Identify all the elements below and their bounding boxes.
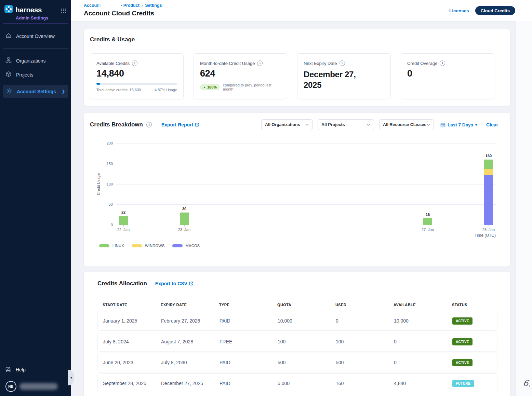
- legend-swatch: [99, 244, 109, 247]
- breadcrumb-product[interactable]: - Product: [121, 3, 139, 8]
- cell-available: 10,000: [389, 318, 447, 324]
- col-expiry-date: EXPIRY DATE: [156, 303, 214, 307]
- cell-used: 0: [331, 318, 389, 324]
- cell-status: ACTIVE: [447, 317, 497, 325]
- x-axis-title: Time (UTC): [475, 233, 496, 238]
- legend-item-linux[interactable]: LINUX: [99, 244, 124, 248]
- x-axis-line: [116, 225, 496, 225]
- sidebar-item-label: Projects: [16, 72, 34, 78]
- up-trend-icon: ▲: [203, 86, 206, 89]
- status-badge: ACTIVE: [452, 338, 473, 345]
- gridline: [116, 164, 496, 164]
- clear-filters-link[interactable]: Clear: [486, 122, 498, 127]
- legend-item-windows[interactable]: WINDOWS: [132, 244, 165, 248]
- cube-icon: [5, 71, 12, 78]
- gear-icon: [6, 88, 12, 95]
- cell-quota: 100: [272, 339, 331, 344]
- legend-swatch: [132, 244, 142, 247]
- table-body: January 1, 2025February 27, 2026PAID10,0…: [97, 311, 497, 393]
- breadcrumb-settings[interactable]: Settings: [145, 3, 162, 8]
- cell-used: 160: [331, 381, 389, 386]
- organizations-filter[interactable]: All Organizations: [261, 119, 312, 130]
- bar-segment-macos: [484, 175, 493, 225]
- cell-status: ACTIVE: [447, 359, 497, 366]
- info-icon[interactable]: i: [132, 60, 137, 66]
- info-icon[interactable]: i: [146, 122, 152, 127]
- sidebar-item-account-settings[interactable]: Account Settings ❯: [3, 85, 68, 98]
- external-link-icon: [195, 123, 199, 127]
- credits-allocation-card: Credits Allocation Export to CSV START D…: [84, 272, 510, 396]
- x-tick-label: 23. Jan: [173, 228, 195, 232]
- scroll-gutter[interactable]: [515, 21, 532, 396]
- sidebar-item-organizations[interactable]: Organizations: [0, 54, 71, 68]
- home-icon: [5, 32, 12, 40]
- date-range-filter[interactable]: Last 7 Days ▾: [440, 122, 477, 127]
- credits-allocation-title: Credits Allocation: [97, 280, 147, 287]
- cell-type: PAID: [214, 360, 272, 365]
- resource-classes-filter[interactable]: All Resource Classes: [379, 119, 434, 130]
- col-quota: QUOTA: [272, 303, 330, 307]
- cell-used: 500: [331, 360, 389, 365]
- cell-start: June 20, 2023: [98, 360, 156, 365]
- credit-overage-value: 0: [407, 68, 488, 79]
- cell-expiry: December 27, 2025: [156, 381, 214, 386]
- licenses-link[interactable]: Licenses: [449, 8, 469, 13]
- bar-segment-windows: [484, 169, 493, 175]
- export-report-link[interactable]: Export Report: [161, 122, 199, 127]
- x-tick-mark: [123, 225, 124, 227]
- breakdown-header: Credits Breakdown i Export Report All Or…: [84, 113, 510, 130]
- legend-swatch: [172, 244, 183, 247]
- info-icon[interactable]: i: [257, 60, 263, 66]
- projects-filter[interactable]: All Projects: [318, 119, 374, 130]
- credits-breakdown-card: Credits Breakdown i Export Report All Or…: [84, 113, 510, 267]
- gridline: [116, 204, 496, 205]
- x-tick-mark: [428, 225, 428, 227]
- gridline: [116, 143, 496, 144]
- app-root: harness Admin Settings Account Overview …: [0, 0, 532, 396]
- chevron-down-icon: [427, 124, 430, 126]
- caret-down-icon: ▾: [475, 123, 477, 127]
- sidebar-item-account-overview[interactable]: Account Overview: [0, 29, 71, 43]
- stray-annotation: 6.: [522, 378, 532, 389]
- cell-start: July 8, 2024: [98, 339, 156, 344]
- help-label: Help: [16, 367, 26, 372]
- cell-type: PAID: [214, 381, 272, 386]
- user-row: NB: [5, 381, 66, 392]
- y-tick-label: 50: [101, 202, 113, 206]
- bar-segment-linux: [119, 216, 128, 225]
- bar-segment-linux: [484, 160, 493, 169]
- bar-segment-linux: [423, 218, 432, 225]
- info-icon[interactable]: i: [340, 60, 345, 66]
- cell-expiry: July 8, 2030: [156, 360, 214, 365]
- sidebar-item-projects[interactable]: Projects: [0, 68, 71, 82]
- gridline: [116, 184, 496, 185]
- apps-grid-icon[interactable]: [61, 9, 66, 13]
- export-report-label: Export Report: [161, 122, 193, 127]
- cell-status: ACTIVE: [447, 338, 497, 345]
- mtd-usage-value: 624: [200, 68, 281, 79]
- credits-usage-card: Credits & Usage Available Credits i 14,8…: [84, 29, 510, 106]
- avatar[interactable]: NB: [5, 381, 16, 392]
- cell-start: September 28, 2025: [98, 381, 156, 386]
- harness-logo-icon[interactable]: [4, 4, 13, 15]
- bar-value-label: 160: [481, 154, 496, 158]
- credits-breakdown-title: Credits Breakdown: [90, 121, 143, 128]
- y-tick-label: 200: [101, 141, 113, 145]
- header-actions: Licenses Cloud Credits: [449, 0, 515, 21]
- next-expiry-value: December 27, 2025: [304, 69, 367, 90]
- stat-card-credit-overage: Credit Overage i 0: [401, 53, 494, 99]
- chevron-down-icon: [305, 124, 309, 126]
- usage-progress-bar: [96, 83, 177, 85]
- cell-quota: 500: [272, 360, 331, 365]
- col-start-date: START DATE: [97, 303, 156, 307]
- bar-value-label: 22: [116, 210, 131, 214]
- sidebar-item-label: Account Overview: [16, 33, 55, 39]
- export-csv-link[interactable]: Export to CSV: [155, 281, 193, 286]
- help-button[interactable]: ? Help: [5, 367, 66, 373]
- chevron-right-icon: ❯: [62, 89, 65, 94]
- info-icon[interactable]: i: [440, 60, 445, 66]
- legend-item-macos[interactable]: MACOS: [172, 244, 200, 248]
- credits-usage-title: Credits & Usage: [90, 36, 504, 43]
- cloud-credits-button[interactable]: Cloud Credits: [475, 6, 515, 15]
- brand-underline: [3, 24, 68, 24]
